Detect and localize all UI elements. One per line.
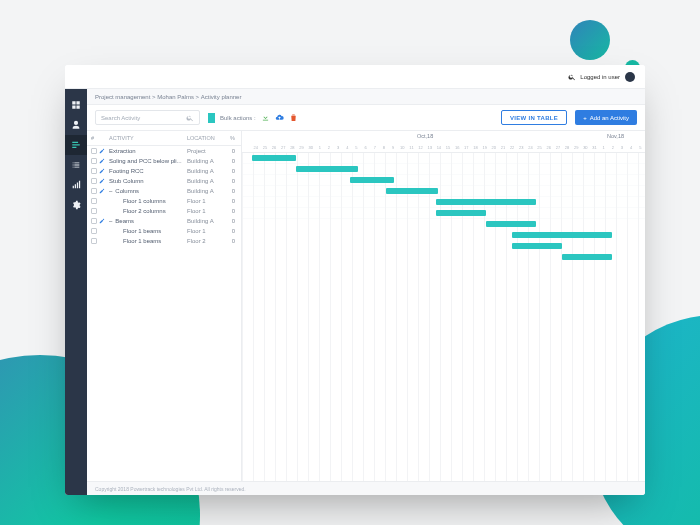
gantt-bar[interactable] [436, 210, 486, 216]
row-checkbox[interactable] [91, 208, 99, 215]
sidebar-item-dashboard[interactable] [65, 95, 87, 115]
table-row[interactable]: Floor 2 columnsFloor 10 [87, 206, 241, 216]
day-tick: 17 [462, 145, 471, 150]
activity-pct: 0 [225, 178, 235, 184]
edit-button[interactable] [99, 158, 109, 165]
day-tick: 29 [297, 145, 306, 150]
table-row[interactable]: Footing RCCBuilding A0 [87, 166, 241, 176]
month-label: Nov,18 [607, 133, 624, 139]
table-row[interactable]: Floor 1 columnsFloor 10 [87, 196, 241, 206]
row-checkbox[interactable] [91, 238, 99, 245]
activity-location: Floor 2 [187, 238, 225, 244]
gantt-bar[interactable] [436, 199, 536, 205]
day-tick: 15 [443, 145, 452, 150]
day-tick: 28 [562, 145, 571, 150]
gantt-icon [71, 140, 81, 150]
day-tick: 14 [434, 145, 443, 150]
row-checkbox[interactable] [91, 218, 99, 225]
day-tick: 24 [526, 145, 535, 150]
gantt-bar[interactable] [386, 188, 438, 194]
day-tick: 10 [398, 145, 407, 150]
sidebar-item-settings[interactable] [65, 195, 87, 215]
avatar[interactable] [625, 72, 635, 82]
topbar: Logged in user [65, 65, 645, 89]
day-tick: 12 [416, 145, 425, 150]
day-tick: 25 [260, 145, 269, 150]
day-tick: 2 [608, 145, 617, 150]
trash-icon[interactable] [289, 113, 298, 122]
row-checkbox[interactable] [91, 168, 99, 175]
activity-pct: 0 [225, 198, 235, 204]
download-icon[interactable] [261, 113, 270, 122]
table-row[interactable]: –ColumnsBuilding A0 [87, 186, 241, 196]
activity-pct: 0 [225, 238, 235, 244]
day-tick: 16 [453, 145, 462, 150]
toolbar: Search Activity Bulk actions : VIEW IN T… [87, 105, 645, 131]
activity-name: Footing RCC [109, 168, 187, 174]
sidebar-item-reports[interactable] [65, 175, 87, 195]
table-row[interactable]: ExtractionProject0 [87, 146, 241, 156]
gantt-bar[interactable] [486, 221, 536, 227]
day-tick: 18 [471, 145, 480, 150]
edit-button[interactable] [99, 168, 109, 175]
table-row[interactable]: Floor 1 beamsFloor 20 [87, 236, 241, 246]
edit-button[interactable] [99, 188, 109, 195]
gantt-bar[interactable] [512, 243, 562, 249]
activity-name: Floor 1 beams [109, 228, 187, 234]
grid-icon [71, 100, 81, 110]
row-checkbox[interactable] [91, 148, 99, 155]
sidebar-item-list[interactable] [65, 155, 87, 175]
user-icon [71, 120, 81, 130]
activity-pct: 0 [225, 228, 235, 234]
day-tick: 3 [334, 145, 343, 150]
edit-button[interactable] [99, 148, 109, 155]
gantt-bar[interactable] [252, 155, 296, 161]
table-row[interactable]: Stub ColumnBuilding A0 [87, 176, 241, 186]
cloud-upload-icon[interactable] [275, 113, 284, 122]
gantt-timeline[interactable]: Oct,18Nov,18 242526272829301234567891011… [242, 131, 645, 481]
activity-pct: 0 [225, 188, 235, 194]
day-tick: 22 [508, 145, 517, 150]
col-location: LOCATION [187, 135, 225, 141]
sidebar-item-gantt[interactable] [65, 135, 87, 155]
day-tick: 24 [251, 145, 260, 150]
day-tick: 1 [315, 145, 324, 150]
gantt-bar[interactable] [296, 166, 358, 172]
row-checkbox[interactable] [91, 188, 99, 195]
edit-button[interactable] [99, 218, 109, 225]
search-icon[interactable] [568, 73, 576, 81]
day-tick: 4 [627, 145, 636, 150]
activity-name: –Columns [109, 188, 187, 194]
activity-location: Floor 1 [187, 208, 225, 214]
table-row[interactable]: Floor 1 beamsFloor 10 [87, 226, 241, 236]
day-tick: 8 [379, 145, 388, 150]
gantt-bar[interactable] [562, 254, 612, 260]
row-checkbox[interactable] [91, 158, 99, 165]
day-tick: 27 [553, 145, 562, 150]
search-input[interactable]: Search Activity [95, 110, 200, 125]
day-tick: 31 [590, 145, 599, 150]
collapse-toggle[interactable]: – [109, 218, 112, 224]
gantt-bar[interactable] [512, 232, 612, 238]
breadcrumb: Project management > Mohan Palms > Activ… [87, 89, 645, 105]
row-checkbox[interactable] [91, 228, 99, 235]
sidebar-item-users[interactable] [65, 115, 87, 135]
day-tick: 5 [352, 145, 361, 150]
sidebar [65, 89, 87, 495]
activity-location: Floor 1 [187, 198, 225, 204]
view-in-table-button[interactable]: VIEW IN TABLE [501, 110, 567, 125]
search-icon [186, 114, 194, 122]
day-tick: 26 [269, 145, 278, 150]
collapse-toggle[interactable]: – [109, 188, 112, 194]
row-checkbox[interactable] [91, 198, 99, 205]
day-tick: 25 [535, 145, 544, 150]
add-activity-button[interactable]: + Add an Activity [575, 110, 637, 125]
row-checkbox[interactable] [91, 178, 99, 185]
table-row[interactable]: Soling and PCC below pli...Building A0 [87, 156, 241, 166]
edit-button[interactable] [99, 178, 109, 185]
activity-pct: 0 [225, 158, 235, 164]
pencil-icon [99, 158, 105, 164]
gantt-bar[interactable] [350, 177, 394, 183]
table-row[interactable]: –BeamsBuilding A0 [87, 216, 241, 226]
activity-name: Floor 2 columns [109, 208, 187, 214]
